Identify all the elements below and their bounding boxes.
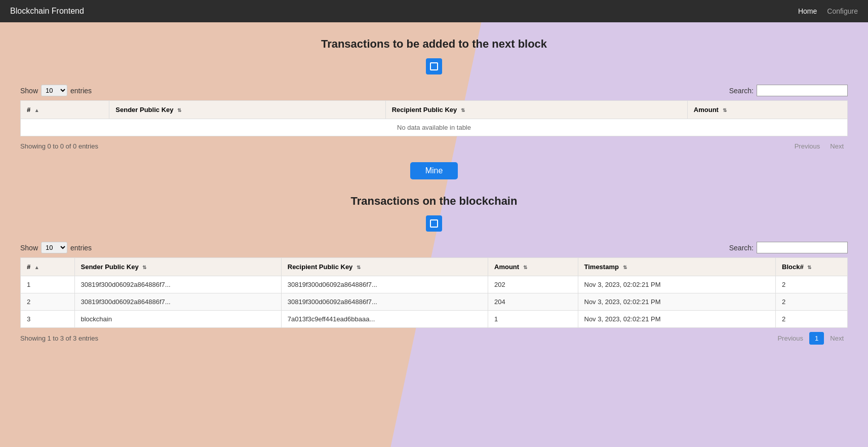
cell-sender: 30819f300d06092a864886f7...: [74, 293, 281, 311]
mine-button[interactable]: Mine: [410, 162, 458, 179]
cell-num: 3: [21, 311, 75, 328]
table-row: 1 30819f300d06092a864886f7... 30819f300d…: [21, 276, 848, 293]
section1-prev-btn[interactable]: Previous: [791, 140, 824, 152]
section2-header-row: # ▲ Sender Public Key ⇅ Recipient Public…: [21, 258, 848, 276]
navbar-brand: Blockchain Frontend: [10, 7, 84, 16]
section2-next-btn[interactable]: Next: [826, 332, 848, 344]
cell-recipient: 7a013f3c9eff441ead6bbaaa...: [281, 311, 488, 328]
section1-tbody: No data available in table: [21, 119, 848, 136]
section2-pagination: Previous 1 Next: [773, 332, 848, 345]
section1-col-amount[interactable]: Amount ⇅: [687, 101, 847, 119]
section2-thead: # ▲ Sender Public Key ⇅ Recipient Public…: [21, 258, 848, 276]
sort-icon-num: ▲: [34, 107, 40, 113]
cell-block: 2: [776, 311, 848, 328]
cell-timestamp: Nov 3, 2023, 02:02:21 PM: [578, 293, 776, 311]
section1-search-label: Search:: [729, 87, 754, 95]
sort-icon-recipient: ⇅: [461, 107, 465, 113]
nav-configure[interactable]: Configure: [827, 7, 858, 15]
section2-entries-select[interactable]: 10 25 50 100: [41, 242, 67, 253]
cell-num: 1: [21, 276, 75, 293]
main-content: Transactions to be added to the next blo…: [0, 22, 868, 360]
section1-show-entries: Show 10 25 50 100 entries: [20, 85, 92, 96]
section1-col-num[interactable]: # ▲: [21, 101, 109, 119]
cell-amount: 202: [488, 276, 578, 293]
section1-thead: # ▲ Sender Public Key ⇅ Recipient Public…: [21, 101, 848, 119]
section2-table: # ▲ Sender Public Key ⇅ Recipient Public…: [20, 257, 848, 328]
section2-tbody: 1 30819f300d06092a864886f7... 30819f300d…: [21, 276, 848, 328]
section1-next-btn[interactable]: Next: [826, 140, 848, 152]
navbar-links: Home Configure: [798, 7, 858, 15]
cell-recipient: 30819f300d06092a864886f7...: [281, 276, 488, 293]
section1-entries-select[interactable]: 10 25 50 100: [41, 85, 67, 96]
section1-table: # ▲ Sender Public Key ⇅ Recipient Public…: [20, 100, 848, 136]
section1-pagination: Previous Next: [791, 140, 848, 152]
section1-no-data-row: No data available in table: [21, 119, 848, 136]
section2-col-recipient[interactable]: Recipient Public Key ⇅: [281, 258, 488, 276]
sort2-icon-block: ⇅: [807, 265, 811, 270]
cell-recipient: 30819f300d06092a864886f7...: [281, 293, 488, 311]
section1-no-data-cell: No data available in table: [21, 119, 848, 136]
sort2-icon-num: ▲: [34, 265, 40, 270]
section2-prev-btn[interactable]: Previous: [773, 332, 807, 344]
sort-icon-sender: ⇅: [177, 107, 181, 113]
section2-col-amount[interactable]: Amount ⇅: [488, 258, 578, 276]
navbar: Blockchain Frontend Home Configure: [0, 0, 868, 22]
section1-search-box: Search:: [729, 85, 848, 96]
section2-show-label: Show: [20, 244, 38, 252]
section1-controls: Show 10 25 50 100 entries Search:: [20, 85, 848, 96]
cell-block: 2: [776, 276, 848, 293]
section2-col-sender[interactable]: Sender Public Key ⇅: [74, 258, 281, 276]
nav-home[interactable]: Home: [798, 7, 817, 15]
section1-col-sender[interactable]: Sender Public Key ⇅: [109, 101, 385, 119]
sort2-icon-timestamp: ⇅: [623, 265, 627, 270]
section2-footer: Showing 1 to 3 of 3 entries Previous 1 N…: [20, 332, 848, 345]
section1-col-recipient[interactable]: Recipient Public Key ⇅: [385, 101, 687, 119]
section2-controls: Show 10 25 50 100 entries Search:: [20, 242, 848, 253]
cell-num: 2: [21, 293, 75, 311]
cell-timestamp: Nov 3, 2023, 02:02:21 PM: [578, 276, 776, 293]
section1-footer: Showing 0 to 0 of 0 entries Previous Nex…: [20, 140, 848, 152]
cell-timestamp: Nov 3, 2023, 02:02:21 PM: [578, 311, 776, 328]
cell-amount: 1: [488, 311, 578, 328]
table-row: 3 blockchain 7a013f3c9eff441ead6bbaaa...…: [21, 311, 848, 328]
section1-showing-text: Showing 0 to 0 of 0 entries: [20, 142, 98, 150]
sort2-icon-sender: ⇅: [142, 265, 146, 270]
section2-col-block[interactable]: Block# ⇅: [776, 258, 848, 276]
section1-header-row: # ▲ Sender Public Key ⇅ Recipient Public…: [21, 101, 848, 119]
sort2-icon-amount: ⇅: [523, 265, 527, 270]
cell-sender: 30819f300d06092a864886f7...: [74, 276, 281, 293]
table-row: 2 30819f300d06092a864886f7... 30819f300d…: [21, 293, 848, 311]
cell-sender: blockchain: [74, 311, 281, 328]
section2-search-input[interactable]: [757, 242, 848, 253]
section2-entries-label: entries: [70, 244, 92, 252]
section2-search-label: Search:: [729, 244, 754, 252]
section2-show-entries: Show 10 25 50 100 entries: [20, 242, 92, 253]
sort-icon-amount: ⇅: [723, 107, 727, 113]
section1-search-input[interactable]: [757, 85, 848, 96]
section2-col-timestamp[interactable]: Timestamp ⇅: [578, 258, 776, 276]
cell-amount: 204: [488, 293, 578, 311]
section2-search-box: Search:: [729, 242, 848, 253]
section1-add-button[interactable]: [426, 58, 442, 74]
section1-entries-label: entries: [70, 87, 92, 95]
section2-showing-text: Showing 1 to 3 of 3 entries: [20, 334, 98, 342]
section2-page-1-btn[interactable]: 1: [809, 332, 824, 345]
section2-col-num[interactable]: # ▲: [21, 258, 75, 276]
section2-add-button[interactable]: [426, 215, 442, 232]
section1-title: Transactions to be added to the next blo…: [20, 38, 848, 51]
sort2-icon-recipient: ⇅: [357, 265, 361, 270]
cell-block: 2: [776, 293, 848, 311]
section2-title: Transactions on the blockchain: [20, 195, 848, 208]
section1-show-label: Show: [20, 87, 38, 95]
